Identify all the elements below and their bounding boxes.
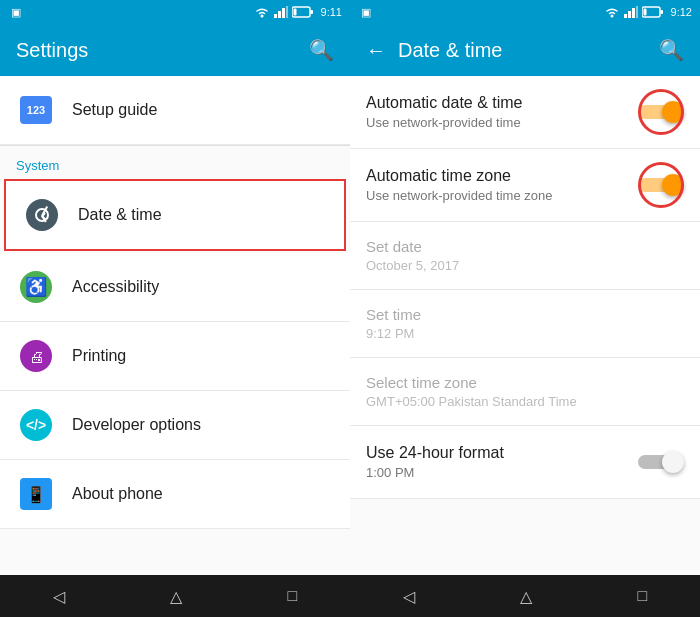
svg-rect-3	[282, 8, 285, 18]
set-date-subtitle: October 5, 2017	[366, 258, 684, 273]
signal-icon-right	[624, 6, 638, 18]
developer-options-label: Developer options	[72, 416, 201, 434]
signal-icon-left	[274, 6, 288, 18]
setup-guide-icon-wrap: 123	[16, 90, 56, 130]
set-date-title: Set date	[366, 238, 684, 255]
svg-point-0	[260, 15, 263, 18]
date-time-item-inner[interactable]: Date & time	[6, 181, 344, 249]
set-time-subtitle: 9:12 PM	[366, 326, 684, 341]
select-timezone-subtitle: GMT+05:00 Pakistan Standard Time	[366, 394, 684, 409]
printing-item[interactable]: 🖨 Printing	[0, 322, 350, 391]
date-time-icon	[26, 199, 58, 231]
svg-rect-9	[624, 14, 627, 18]
battery-icon-right	[642, 6, 664, 18]
svg-rect-7	[293, 9, 296, 16]
datetime-content: Automatic date & time Use network-provid…	[350, 76, 700, 575]
settings-title: Settings	[16, 39, 309, 62]
toggle-thumb-tz	[662, 174, 684, 196]
accessibility-icon-wrap: ♿	[16, 267, 56, 307]
datetime-top-bar: ← Date & time 🔍	[350, 24, 700, 76]
24hr-format-text: Use 24-hour format 1:00 PM	[366, 444, 504, 480]
recent-nav-left[interactable]: □	[268, 579, 318, 613]
auto-timezone-title: Automatic time zone	[366, 167, 552, 185]
home-nav-right[interactable]: △	[500, 579, 552, 614]
home-nav-left[interactable]: △	[150, 579, 202, 614]
code-symbol: </>	[26, 417, 46, 433]
datetime-search-icon[interactable]: 🔍	[659, 38, 684, 62]
datetime-title: Date & time	[398, 39, 659, 62]
accessibility-item[interactable]: ♿ Accessibility	[0, 253, 350, 322]
24hr-format-item[interactable]: Use 24-hour format 1:00 PM	[350, 426, 700, 499]
battery-icon-left	[292, 6, 314, 18]
date-time-item[interactable]: Date & time	[4, 179, 346, 251]
settings-top-bar: Settings 🔍	[0, 24, 350, 76]
developer-icon: </>	[20, 409, 52, 441]
svg-rect-14	[660, 10, 663, 14]
svg-rect-10	[628, 11, 631, 18]
datetime-panel: ▣ 9:12 ← Date & time 🔍 Automatic	[350, 0, 700, 617]
auto-timezone-subtitle: Use network-provided time zone	[366, 188, 552, 203]
svg-rect-1	[274, 14, 277, 18]
auto-date-time-item[interactable]: Automatic date & time Use network-provid…	[350, 76, 700, 149]
accessibility-icon: ♿	[20, 271, 52, 303]
accessibility-label: Accessibility	[72, 278, 159, 296]
nav-bar-left: ◁ △ □	[0, 575, 350, 617]
svg-rect-11	[632, 8, 635, 18]
auto-timezone-item[interactable]: Automatic time zone Use network-provided…	[350, 149, 700, 222]
nav-bar-right: ◁ △ □	[350, 575, 700, 617]
image-icon: ▣	[11, 6, 21, 19]
wifi-icon-right	[604, 6, 620, 18]
back-nav-right[interactable]: ◁	[383, 579, 435, 614]
back-button-datetime[interactable]: ←	[366, 39, 386, 62]
svg-rect-12	[636, 6, 638, 18]
auto-date-time-text: Automatic date & time Use network-provid…	[366, 94, 523, 130]
settings-search-icon[interactable]: 🔍	[309, 38, 334, 62]
about-phone-icon: 📱	[20, 478, 52, 510]
svg-rect-2	[278, 11, 281, 18]
print-symbol: 🖨	[29, 348, 44, 365]
settings-content: 123 Setup guide System Date & time	[0, 76, 350, 575]
24hr-format-toggle[interactable]	[638, 449, 684, 475]
time-left: 9:11	[321, 6, 342, 18]
system-section-label: System	[0, 146, 350, 177]
image-icon-right: ▣	[361, 6, 371, 19]
status-bar-right-panel: ▣ 9:12	[350, 0, 700, 24]
select-timezone-title: Select time zone	[366, 374, 684, 391]
svg-rect-6	[310, 10, 313, 14]
clock-face	[35, 208, 49, 222]
clock-hand-minute	[41, 215, 46, 220]
wifi-icon-left	[254, 6, 270, 18]
auto-timezone-text: Automatic time zone Use network-provided…	[366, 167, 552, 203]
date-time-icon-wrap	[22, 195, 62, 235]
auto-date-time-toggle[interactable]	[638, 99, 684, 125]
auto-timezone-toggle-wrap	[638, 172, 684, 198]
setup-guide-item[interactable]: 123 Setup guide	[0, 76, 350, 145]
select-timezone-item: Select time zone GMT+05:00 Pakistan Stan…	[350, 358, 700, 426]
24hr-format-subtitle: 1:00 PM	[366, 465, 504, 480]
status-bar-left-panel: ▣ 9:11	[0, 0, 350, 24]
back-nav-left[interactable]: ◁	[33, 579, 85, 614]
about-phone-item[interactable]: 📱 About phone	[0, 460, 350, 529]
set-date-item: Set date October 5, 2017	[350, 222, 700, 290]
auto-date-time-subtitle: Use network-provided time	[366, 115, 523, 130]
setup-guide-label: Setup guide	[72, 101, 157, 119]
developer-icon-wrap: </>	[16, 405, 56, 445]
svg-rect-15	[643, 9, 646, 16]
set-time-item: Set time 9:12 PM	[350, 290, 700, 358]
toggle-thumb	[662, 101, 684, 123]
24hr-format-title: Use 24-hour format	[366, 444, 504, 462]
svg-point-8	[610, 15, 613, 18]
recent-nav-right[interactable]: □	[618, 579, 668, 613]
printing-icon: 🖨	[20, 340, 52, 372]
auto-date-time-title: Automatic date & time	[366, 94, 523, 112]
date-time-label: Date & time	[78, 206, 162, 224]
person-symbol: ♿	[25, 276, 47, 298]
developer-options-item[interactable]: </> Developer options	[0, 391, 350, 460]
auto-date-time-toggle-wrap	[638, 99, 684, 125]
auto-timezone-toggle[interactable]	[638, 172, 684, 198]
about-phone-label: About phone	[72, 485, 163, 503]
printing-icon-wrap: 🖨	[16, 336, 56, 376]
toggle-thumb-24hr	[662, 451, 684, 473]
time-right: 9:12	[671, 6, 692, 18]
settings-panel: ▣ 9:11 Settings 🔍	[0, 0, 350, 617]
